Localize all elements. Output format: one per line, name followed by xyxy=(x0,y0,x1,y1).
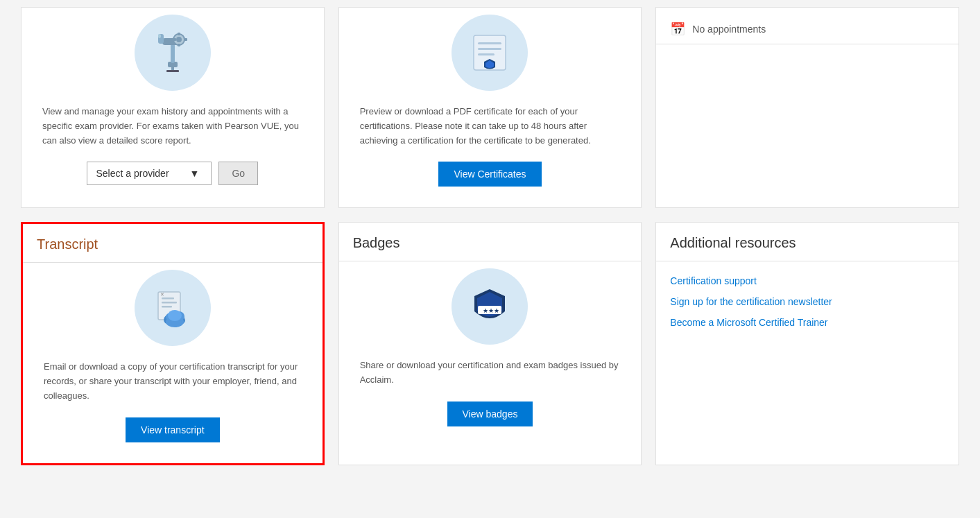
additional-resources-title: Additional resources xyxy=(656,223,958,261)
transcript-icon-circle: ✕ xyxy=(135,270,211,346)
certificate-icon-circle xyxy=(452,15,528,91)
svg-text:★★★: ★★★ xyxy=(483,307,499,314)
svg-rect-12 xyxy=(184,38,187,41)
exam-history-description: View and manage your exam history and ap… xyxy=(35,105,310,148)
svg-rect-19 xyxy=(162,302,177,304)
svg-text:✕: ✕ xyxy=(160,292,164,297)
badge-icon-circle: ★★★ xyxy=(452,268,528,345)
provider-select-label: Select a provider xyxy=(96,168,169,179)
certified-trainer-link[interactable]: Become a Microsoft Certified Trainer xyxy=(670,317,945,328)
transcript-card: Transcript ✕ xyxy=(21,222,325,465)
svg-point-28 xyxy=(168,310,182,321)
provider-selector-row: Select a provider ▼ Go xyxy=(80,162,265,185)
calendar-icon: 📅 xyxy=(670,21,685,37)
additional-resources-card: Additional resources Certification suppo… xyxy=(655,222,959,465)
badges-description: Share or download your certification and… xyxy=(353,359,628,388)
view-transcript-button[interactable]: View transcript xyxy=(126,417,220,442)
transcript-description: Email or download a copy of your certifi… xyxy=(37,360,309,403)
svg-rect-14 xyxy=(478,42,501,44)
transcript-title: Transcript xyxy=(23,224,323,263)
appointments-card: 📅 No appointments xyxy=(655,7,959,208)
certificates-description: Preview or download a PDF certificate fo… xyxy=(353,105,628,148)
provider-select[interactable]: Select a provider ▼ xyxy=(87,162,212,185)
certificates-body: Preview or download a PDF certificate fo… xyxy=(339,8,642,207)
certificate-icon xyxy=(465,28,514,77)
svg-point-8 xyxy=(176,37,182,42)
main-grid: View and manage your exam history and ap… xyxy=(21,7,959,465)
svg-rect-2 xyxy=(166,70,179,72)
exam-history-card: View and manage your exam history and ap… xyxy=(21,7,325,208)
svg-rect-18 xyxy=(162,297,174,300)
chevron-down-icon: ▼ xyxy=(190,168,200,179)
badges-body: ★★★ Share or download your certification… xyxy=(339,261,642,447)
certification-support-link[interactable]: Certification support xyxy=(670,275,945,286)
svg-rect-6 xyxy=(158,34,161,38)
robot-arm-icon-circle xyxy=(135,15,211,91)
certificates-card: Preview or download a PDF certificate fo… xyxy=(338,7,642,208)
transcript-body: ✕ Email or download a copy of your certi… xyxy=(23,263,323,463)
svg-rect-16 xyxy=(478,53,495,55)
exam-history-body: View and manage your exam history and ap… xyxy=(22,8,324,206)
no-appointments-label: No appointments xyxy=(692,24,766,35)
go-button[interactable]: Go xyxy=(218,162,258,185)
page-container: View and manage your exam history and ap… xyxy=(0,0,980,518)
robot-arm-icon xyxy=(148,28,197,77)
resource-links-list: Certification support Sign up for the ce… xyxy=(656,261,958,342)
svg-rect-9 xyxy=(178,33,180,35)
svg-rect-15 xyxy=(478,48,501,50)
transcript-icon: ✕ xyxy=(148,284,197,332)
view-certificates-button[interactable]: View Certificates xyxy=(438,162,541,187)
no-appointments-section: 📅 No appointments xyxy=(656,8,958,44)
view-badges-button[interactable]: View badges xyxy=(447,402,533,426)
badges-card: Badges ★★★ Share or download your certif… xyxy=(338,222,642,465)
badges-title: Badges xyxy=(339,223,642,261)
svg-rect-11 xyxy=(173,38,176,41)
newsletter-link[interactable]: Sign up for the certification newsletter xyxy=(670,296,945,307)
badge-icon: ★★★ xyxy=(465,282,514,331)
svg-rect-3 xyxy=(171,44,175,63)
svg-rect-20 xyxy=(162,306,172,308)
svg-rect-10 xyxy=(178,44,180,46)
